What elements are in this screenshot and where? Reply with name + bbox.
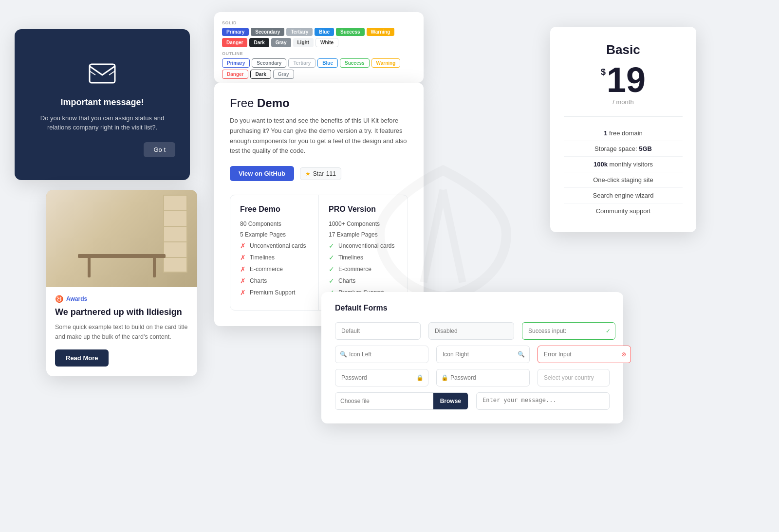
shelving-decoration: [163, 195, 187, 273]
read-more-button[interactable]: Read More: [55, 349, 109, 367]
star-badge: ★ Star 111: [300, 167, 341, 180]
pricing-period: / month: [564, 98, 683, 106]
pricing-divider: [564, 116, 683, 117]
btn-light[interactable]: Light: [293, 38, 314, 47]
demo-title-strong: Demo: [257, 96, 290, 110]
btn-outline-success[interactable]: Success: [340, 58, 370, 68]
forms-card: Default Forms ✓ 🔍 🔍: [321, 292, 623, 423]
btn-success[interactable]: Success: [336, 28, 365, 36]
search-icon-right: 🔍: [518, 351, 525, 358]
cross-icon: ✗: [240, 277, 246, 285]
buttons-card: SOLID Primary Secondary Tertiary Blue Su…: [214, 12, 424, 83]
pro-feature-6: ✓Charts: [329, 277, 398, 285]
award-icon: ♉: [55, 295, 63, 303]
default-input[interactable]: [335, 322, 421, 340]
pricing-feature-6: Community support: [564, 203, 683, 219]
cross-icon: ✗: [240, 289, 246, 296]
btn-white[interactable]: White: [315, 38, 338, 47]
btn-dark[interactable]: Dark: [249, 38, 269, 47]
star-count: 111: [326, 170, 336, 177]
photo-card: ♉ Awards We partnered up with Ildiesign …: [46, 190, 197, 376]
error-icon: ⊗: [621, 351, 626, 358]
pro-feature-2: 17 Example Pages: [329, 231, 398, 238]
btn-blue[interactable]: Blue: [315, 28, 334, 36]
demo-card: Free Demo Do you want to test and see th…: [214, 83, 424, 326]
btn-outline-tertiary[interactable]: Tertiary: [288, 58, 315, 68]
password-input-2[interactable]: [436, 369, 530, 386]
icon-right-input[interactable]: [436, 346, 530, 363]
photo-card-title: We partnered up with Ildiesign: [55, 307, 188, 318]
btn-outline-danger[interactable]: Danger: [222, 70, 248, 79]
password-group-1: 🔒: [335, 369, 428, 386]
card-tag: ♉ Awards: [55, 295, 188, 303]
btn-danger[interactable]: Danger: [222, 38, 247, 47]
country-select[interactable]: Select your country: [538, 369, 610, 386]
free-feature-6: ✗Charts: [240, 277, 309, 285]
pro-feature-4: ✓Timelines: [329, 254, 398, 261]
btn-outline-secondary[interactable]: Secondary: [252, 58, 286, 68]
forms-row-2: 🔍 🔍 ⊗: [335, 346, 610, 363]
table-leg-left: [88, 256, 91, 277]
envelope-icon: [87, 57, 118, 89]
icon-right-wrapper: 🔍: [436, 346, 530, 363]
error-input[interactable]: [538, 346, 631, 363]
cross-icon: ✗: [240, 265, 246, 273]
pricing-title: Basic: [564, 42, 683, 57]
btn-outline-blue[interactable]: Blue: [317, 58, 338, 68]
btn-outline-primary[interactable]: Primary: [222, 58, 250, 68]
notification-body: Do you know that you can assign status a…: [29, 113, 175, 132]
select-group: Select your country: [538, 369, 610, 386]
search-icon-left: 🔍: [340, 351, 347, 358]
check-icon: ✓: [329, 242, 334, 250]
btn-warning[interactable]: Warning: [367, 28, 395, 36]
pricing-feature-3: 100k monthly visitors: [564, 157, 683, 172]
table-top: [78, 254, 166, 258]
notification-card: Important message! Do you know that you …: [15, 29, 190, 180]
free-feature-4: ✗Timelines: [240, 254, 309, 261]
photo-card-body-text: Some quick example text to build on the …: [55, 323, 188, 342]
pro-feature-5: ✓E-commerce: [329, 265, 398, 273]
forms-row-4: Browse: [335, 392, 610, 410]
btn-outline-gray[interactable]: Gray: [273, 70, 294, 79]
btn-gray[interactable]: Gray: [271, 38, 291, 47]
free-feature-7: ✗Premium Support: [240, 289, 309, 296]
free-feature-1: 80 Components: [240, 220, 309, 227]
message-textarea[interactable]: [476, 392, 610, 410]
demo-title: Free Demo: [230, 96, 408, 110]
outline-section-label: OUTLINE: [222, 51, 416, 56]
pricing-dollar: $: [601, 67, 606, 77]
pricing-feature-1: 1 free domain: [564, 126, 683, 141]
cross-icon: ✗: [240, 242, 246, 250]
success-input-wrapper: ✓: [522, 322, 615, 340]
pricing-feature-4: One-click staging site: [564, 172, 683, 188]
free-feature-3: ✗Unconventional cards: [240, 242, 309, 250]
go-button[interactable]: Go t: [144, 142, 175, 157]
file-input-group: Browse: [335, 392, 468, 410]
demo-actions: View on GitHub ★ Star 111: [230, 166, 408, 181]
lock-icon-1: 🔒: [416, 374, 424, 381]
view-github-button[interactable]: View on GitHub: [230, 166, 294, 181]
browse-button[interactable]: Browse: [433, 393, 468, 409]
default-input-group: [335, 322, 421, 340]
password-input-1[interactable]: [335, 369, 428, 386]
free-feature-5: ✗E-commerce: [240, 265, 309, 273]
btn-secondary[interactable]: Secondary: [251, 28, 284, 36]
forms-title: Default Forms: [335, 304, 610, 312]
file-input[interactable]: [335, 393, 433, 409]
icon-left-input[interactable]: [335, 346, 428, 363]
btn-primary[interactable]: Primary: [222, 28, 249, 36]
free-feature-2: 5 Example Pages: [240, 231, 309, 238]
disabled-input: [428, 322, 514, 340]
password-wrapper-2: 🔒: [436, 369, 530, 386]
success-input[interactable]: [522, 322, 615, 340]
file-input-wrapper: Browse: [335, 392, 468, 410]
password-wrapper-1: 🔒: [335, 369, 428, 386]
solid-buttons-row: Primary Secondary Tertiary Blue Success …: [222, 28, 416, 47]
btn-outline-warning[interactable]: Warning: [371, 58, 401, 68]
btn-tertiary[interactable]: Tertiary: [286, 28, 313, 36]
btn-outline-dark[interactable]: Dark: [250, 70, 271, 79]
password-group-2: 🔒: [436, 369, 530, 386]
error-input-wrapper: ⊗: [538, 346, 631, 363]
photo-image: [46, 190, 197, 287]
success-icon: ✓: [606, 328, 611, 334]
